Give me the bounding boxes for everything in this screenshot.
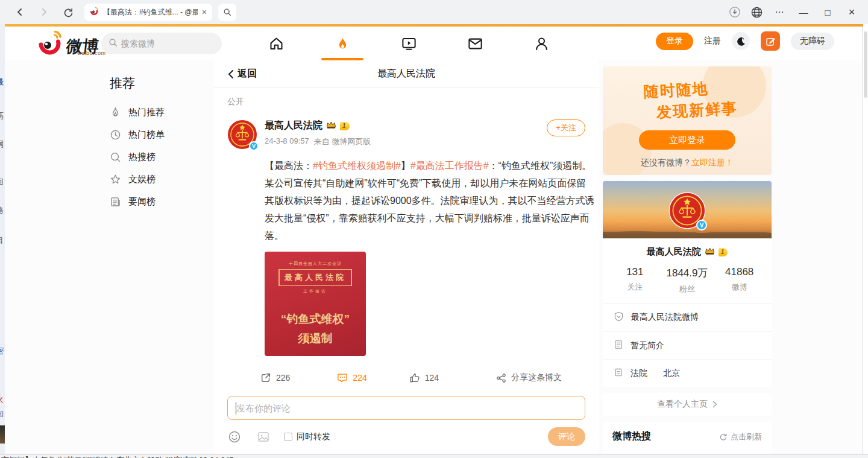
post-image-title: 最高人民法院: [278, 269, 352, 286]
weibo-eye-icon: [36, 30, 64, 55]
scrollbar-thumb[interactable]: [864, 31, 867, 98]
login-button[interactable]: 登录: [656, 33, 693, 50]
visibility-label: 公开: [214, 88, 599, 111]
profile-name[interactable]: 最高人民法院: [647, 246, 701, 258]
post-author-name[interactable]: 最高人民法院: [265, 119, 322, 132]
weibo-logo[interactable]: 微博 weibo.com: [36, 30, 99, 55]
clock-icon: [110, 129, 121, 141]
browser-scrollbar[interactable]: [862, 27, 868, 454]
stat-following[interactable]: 131 关注: [609, 266, 661, 294]
comment-button[interactable]: 224: [337, 372, 366, 383]
window-close-icon[interactable]: ×: [843, 6, 861, 19]
sidebar-item-hot-ranking[interactable]: 热门榜单: [96, 124, 208, 146]
repost-toggle[interactable]: 同时转发: [284, 431, 330, 442]
sidebar-item-hot-search[interactable]: 热搜榜: [96, 146, 208, 168]
comment-toolbar: 同时转发 评论: [227, 427, 585, 447]
accessibility-button[interactable]: 无障碍: [791, 33, 834, 50]
nav-messages-icon[interactable]: [464, 34, 486, 52]
avatar[interactable]: V: [227, 119, 257, 150]
stat-posts[interactable]: 41868 微博: [713, 266, 766, 294]
like-button[interactable]: 124: [409, 372, 439, 383]
emoji-icon[interactable]: [227, 430, 242, 444]
stat-label: 微博: [713, 282, 766, 293]
sidebar-item-news[interactable]: 要闻榜: [96, 191, 208, 213]
comment-submit-button[interactable]: 评论: [548, 427, 585, 446]
browser-reload-icon[interactable]: [60, 4, 76, 20]
window-minimize-icon[interactable]: —: [794, 7, 813, 17]
hashtag-link[interactable]: #最高法工作报告#: [410, 161, 489, 171]
login-promo-card: 随时随地 发现新鲜事 立即登录 还没有微博？立即注册！: [603, 66, 772, 175]
hashtag-link[interactable]: #钓鱼式维权须遏制#: [313, 161, 401, 171]
post-image-subtitle: 工作报告: [303, 288, 327, 294]
bg-image-sliver: [0, 425, 5, 444]
browser-tab[interactable]: 【最高法：#钓鱼式维... - @最 ×: [84, 4, 212, 21]
right-sidebar: 随时随地 发现新鲜事 立即登录 还没有微博？立即注册！: [603, 66, 772, 458]
bg-fragment: 密: [0, 346, 4, 357]
register-now-link[interactable]: 立即注册！: [691, 157, 734, 167]
post-image-kicker: 十四届全国人大二次会议: [289, 261, 342, 267]
downloads-icon[interactable]: [727, 4, 743, 20]
stat-value: 1844.9万: [661, 266, 714, 280]
repost-count: 226: [276, 373, 290, 383]
browser-search-button[interactable]: [218, 4, 236, 21]
comment-input[interactable]: [228, 396, 585, 419]
compose-icon[interactable]: [761, 31, 780, 51]
level-badge: 1: [719, 248, 728, 256]
bg-fragment: 目: [0, 235, 4, 246]
back-label: 返回: [237, 68, 257, 80]
post-source[interactable]: 来自 微博网页版: [314, 136, 371, 147]
sidebar-item-label: 热门推荐: [128, 107, 165, 118]
globe-icon[interactable]: [749, 4, 764, 20]
bg-fragment: 格: [0, 205, 4, 216]
description-icon: [614, 340, 623, 351]
post: +关注 V: [214, 111, 599, 390]
star-icon: [110, 174, 121, 185]
checkbox-icon[interactable]: [284, 433, 292, 441]
sidebar-title: 推荐: [96, 66, 208, 101]
dark-mode-moon-icon[interactable]: [732, 32, 750, 50]
sidebar-item-entertainment[interactable]: 文娱榜: [96, 168, 208, 191]
stat-followers[interactable]: 1844.9万 粉丝: [661, 266, 714, 294]
login-now-button[interactable]: 立即登录: [639, 130, 735, 150]
thumbs-up-icon: [409, 372, 420, 383]
browser-back-icon[interactable]: [12, 4, 28, 20]
bg-bottom-text: 市探闻】大气象公“茅云层”继续在东北方向移动 强度减弱 00:04:045: [1, 455, 234, 458]
back-button[interactable]: 返回: [214, 68, 257, 80]
register-link[interactable]: 注册: [704, 36, 721, 46]
tab-close-icon[interactable]: ×: [202, 8, 207, 16]
post-text-part: ：“钓鱼式维权”须遏制。某公司宣传其“自助建网”软件可“免费”下载使用，却以用户…: [265, 161, 595, 241]
sidebar-item-label: 热门榜单: [128, 129, 165, 141]
nav-home-icon[interactable]: [265, 34, 287, 52]
sidebar-item-hot-recommend[interactable]: 热门推荐: [96, 101, 208, 124]
tab-title: 【最高法：#钓鱼式维... - @最: [103, 7, 198, 17]
post-timestamp[interactable]: 24-3-8 09:57: [265, 136, 309, 147]
nav-hot-flame-icon[interactable]: [332, 34, 353, 52]
stat-label: 粉丝: [661, 284, 714, 294]
share-button[interactable]: 分享这条博文: [496, 372, 562, 383]
header-search[interactable]: [101, 33, 222, 54]
nav-video-icon[interactable]: [398, 34, 420, 52]
view-profile-button[interactable]: 查看个人主页: [603, 393, 772, 416]
background-window-bottom-sliver: 市探闻】大气象公“茅云层”继续在东北方向移动 强度减弱 00:04:045: [0, 454, 868, 458]
sidebar-item-label: 热搜榜: [128, 151, 156, 163]
browser-forward-icon[interactable]: [36, 4, 52, 20]
page-accent-line: [5, 24, 863, 27]
profile-avatar[interactable]: V: [668, 192, 706, 229]
browser-menu-icon[interactable]: ⋯: [770, 7, 788, 17]
bg-fragment: 高: [0, 110, 4, 121]
profile-verified-info: 最高人民法院微博: [603, 304, 772, 332]
repost-button[interactable]: 226: [260, 372, 290, 383]
weibo-header: 微博 weibo.com: [5, 27, 862, 60]
refresh-button[interactable]: 点击刷新: [719, 431, 762, 442]
post-text-part: 】: [401, 161, 410, 171]
post-image[interactable]: 十四届全国人大二次会议 最高人民法院 工作报告 “钓鱼式维权” 须遏制: [265, 252, 366, 356]
search-input[interactable]: [121, 39, 212, 48]
header-nav: [265, 34, 552, 52]
refresh-label: 点击刷新: [731, 431, 762, 442]
image-upload-icon[interactable]: [256, 430, 271, 444]
follow-button[interactable]: +关注: [547, 119, 585, 136]
text-cursor: [236, 402, 236, 415]
window-maximize-icon[interactable]: □: [819, 7, 837, 17]
nav-profile-icon[interactable]: [530, 34, 552, 52]
post-image-headline: 须遏制: [298, 331, 333, 346]
